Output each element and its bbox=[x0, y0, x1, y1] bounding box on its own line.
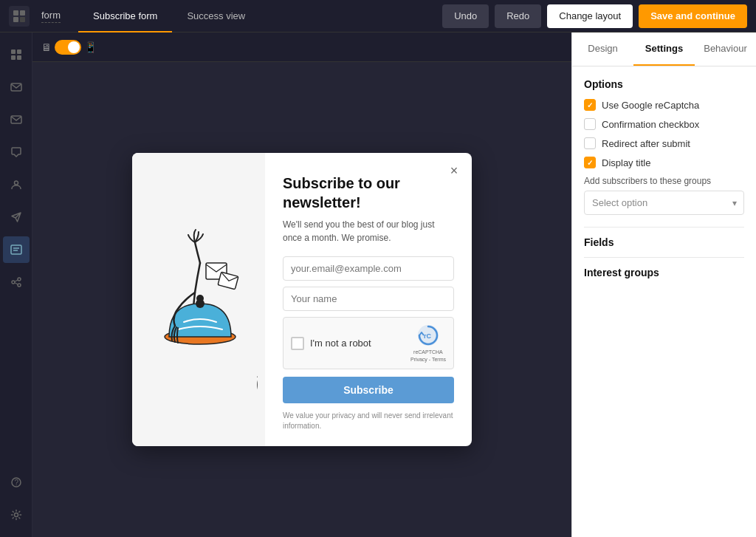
device-toggle-switch[interactable] bbox=[55, 40, 81, 55]
modal-title: Subscribe to our newsletter! bbox=[283, 174, 454, 212]
page-title: form bbox=[41, 10, 61, 23]
canvas-toolbar: 🖥 📱 bbox=[32, 33, 571, 62]
checkbox-confirmation[interactable] bbox=[584, 118, 596, 130]
captcha-box: I'm not a robot rC reCAPTCHAPrivacy - Te… bbox=[283, 317, 454, 369]
checkbox-recaptcha[interactable] bbox=[584, 99, 596, 111]
svg-rect-0 bbox=[13, 10, 18, 16]
tab-design[interactable]: Design bbox=[572, 33, 633, 66]
svg-point-16 bbox=[18, 284, 21, 287]
redo-button[interactable]: Redo bbox=[495, 4, 541, 28]
svg-line-18 bbox=[15, 283, 18, 284]
app-logo bbox=[9, 6, 30, 27]
subscribe-button[interactable]: Subscribe bbox=[283, 377, 454, 403]
modal-description: We'll send you the best of our blog just… bbox=[283, 218, 454, 244]
sidebar-item-help[interactable]: ? bbox=[3, 469, 30, 496]
canvas-area: 🖥 📱 × bbox=[32, 33, 571, 537]
recaptcha-logo: rC reCAPTCHAPrivacy - Terms bbox=[410, 324, 446, 362]
topbar-tabs: Subscribe form Success view bbox=[78, 0, 442, 33]
option-row-redirect: Redirect after submit bbox=[584, 137, 744, 149]
sidebar-item-forms[interactable] bbox=[3, 236, 30, 263]
sidebar-item-settings[interactable] bbox=[3, 502, 30, 528]
svg-rect-5 bbox=[17, 49, 21, 54]
right-panel: Design Settings Behaviour Options Use Go… bbox=[571, 33, 756, 537]
option-label-redirect: Redirect after submit bbox=[602, 138, 690, 149]
modal-close-button[interactable]: × bbox=[445, 162, 463, 179]
canvas-body: × bbox=[32, 62, 571, 537]
sidebar-item-integrations[interactable] bbox=[3, 269, 30, 295]
option-row-display-title: Display title bbox=[584, 157, 744, 168]
sidebar-item-dashboard[interactable] bbox=[3, 41, 30, 68]
sidebar-item-mail[interactable] bbox=[3, 106, 30, 133]
options-title: Options bbox=[584, 78, 744, 90]
checkbox-display-title[interactable] bbox=[584, 157, 596, 168]
captcha-tos-text: reCAPTCHAPrivacy - Terms bbox=[410, 349, 446, 362]
sidebar-item-send[interactable] bbox=[3, 204, 30, 230]
svg-text:?: ? bbox=[14, 479, 18, 487]
captcha-label: I'm not a robot bbox=[310, 338, 371, 349]
groups-select[interactable]: Select option bbox=[584, 191, 744, 215]
change-layout-button[interactable]: Change layout bbox=[547, 4, 633, 28]
tab-behaviour[interactable]: Behaviour bbox=[695, 33, 756, 66]
save-continue-button[interactable]: Save and continue bbox=[639, 4, 747, 28]
captcha-left: I'm not a robot bbox=[291, 337, 371, 350]
email-field[interactable] bbox=[283, 256, 454, 281]
main-layout: ? 🖥 📱 × bbox=[0, 33, 756, 537]
svg-rect-6 bbox=[11, 55, 16, 60]
device-toggle: 🖥 📱 bbox=[41, 40, 97, 55]
fields-title: Fields bbox=[584, 236, 744, 248]
option-row-recaptcha: Use Google reCaptcha bbox=[584, 99, 744, 111]
svg-rect-1 bbox=[20, 10, 25, 16]
tab-settings[interactable]: Settings bbox=[633, 33, 695, 66]
svg-point-14 bbox=[12, 281, 15, 284]
svg-rect-7 bbox=[17, 55, 21, 60]
captcha-checkbox[interactable] bbox=[291, 337, 304, 350]
topbar: form Subscribe form Success view Undo Re… bbox=[0, 0, 756, 33]
sidebar-item-contacts[interactable] bbox=[3, 171, 30, 198]
svg-point-21 bbox=[14, 513, 18, 517]
panel-tabs: Design Settings Behaviour bbox=[572, 33, 756, 66]
sidebar-item-chat[interactable] bbox=[3, 139, 30, 165]
svg-rect-11 bbox=[11, 245, 21, 254]
subscribe-modal: × bbox=[132, 153, 472, 445]
option-row-confirmation: Confirmation checkbox bbox=[584, 118, 744, 130]
groups-select-wrapper: Select option bbox=[584, 191, 744, 215]
privacy-text: We value your privacy and will never sen… bbox=[283, 411, 454, 431]
svg-point-26 bbox=[196, 295, 204, 302]
sidebar-item-inbox[interactable] bbox=[3, 74, 30, 100]
interest-groups-section: Interest groups bbox=[584, 267, 744, 278]
tab-success-view[interactable]: Success view bbox=[172, 0, 260, 33]
groups-label: Add subscribers to these groups bbox=[584, 176, 744, 186]
interest-groups-title: Interest groups bbox=[584, 267, 744, 278]
svg-rect-2 bbox=[13, 17, 18, 22]
mobile-icon: 📱 bbox=[84, 41, 97, 53]
svg-point-15 bbox=[18, 278, 21, 281]
sidebar: ? bbox=[0, 33, 32, 537]
checkbox-redirect[interactable] bbox=[584, 137, 596, 149]
option-label-confirmation: Confirmation checkbox bbox=[602, 119, 699, 130]
desktop-icon: 🖥 bbox=[41, 41, 52, 53]
fields-section: Fields bbox=[584, 236, 744, 248]
modal-illustration bbox=[132, 153, 265, 445]
tab-subscribe-form[interactable]: Subscribe form bbox=[78, 0, 172, 33]
svg-rect-3 bbox=[20, 17, 25, 22]
svg-text:rC: rC bbox=[424, 332, 432, 340]
divider-2 bbox=[584, 257, 744, 258]
option-label-recaptcha: Use Google reCaptcha bbox=[602, 100, 699, 111]
modal-content: Subscribe to our newsletter! We'll send … bbox=[265, 153, 472, 445]
option-label-display-title: Display title bbox=[602, 157, 650, 168]
svg-line-17 bbox=[15, 280, 18, 281]
panel-body: Options Use Google reCaptcha Confirmatio… bbox=[572, 66, 756, 537]
name-field[interactable] bbox=[283, 287, 454, 311]
svg-rect-4 bbox=[11, 49, 16, 54]
undo-button[interactable]: Undo bbox=[442, 4, 489, 28]
divider-1 bbox=[584, 227, 744, 228]
svg-point-10 bbox=[14, 181, 18, 185]
topbar-actions: Undo Redo Change layout Save and continu… bbox=[442, 4, 747, 28]
